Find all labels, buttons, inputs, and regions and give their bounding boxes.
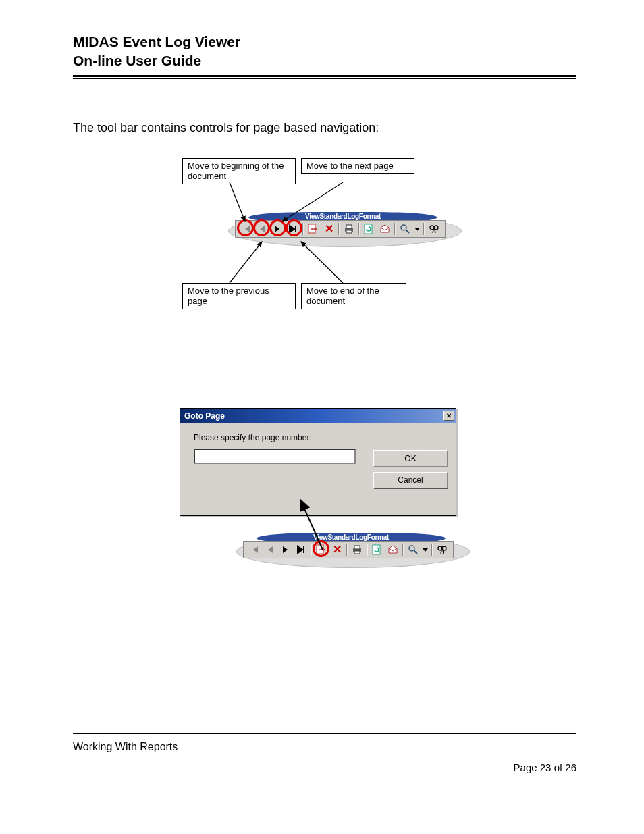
svg-line-22 bbox=[414, 550, 417, 554]
page-number-input[interactable] bbox=[194, 449, 356, 464]
print-button[interactable] bbox=[342, 222, 356, 236]
svg-point-21 bbox=[409, 546, 414, 551]
zoom-button[interactable] bbox=[406, 543, 420, 556]
find-button[interactable] bbox=[427, 222, 441, 236]
svg-rect-19 bbox=[354, 551, 360, 554]
svg-line-3 bbox=[301, 242, 343, 283]
dialog-title: Goto Page bbox=[184, 411, 225, 421]
zoom-dropdown[interactable] bbox=[422, 543, 429, 556]
svg-rect-18 bbox=[354, 546, 360, 549]
dialog-prompt: Please specify the page number: bbox=[194, 433, 448, 442]
ok-button[interactable]: OK bbox=[373, 450, 448, 467]
svg-point-11 bbox=[430, 226, 434, 230]
report-toolbar: ✕ bbox=[235, 220, 446, 238]
svg-line-2 bbox=[230, 242, 262, 283]
doc-title-line1: MIDAS Event Log Viewer bbox=[73, 32, 576, 51]
stop-button[interactable]: ✕ bbox=[322, 222, 336, 236]
goto-page-button[interactable] bbox=[315, 543, 328, 556]
footer-rule bbox=[73, 733, 576, 734]
svg-line-13 bbox=[433, 230, 433, 233]
callout-next-page: Move to the next page bbox=[301, 158, 414, 174]
refresh-button[interactable] bbox=[371, 543, 384, 556]
doc-title-line2: On-line User Guide bbox=[73, 51, 576, 70]
callout-first-page: Move to beginning of the document bbox=[182, 158, 296, 184]
next-page-button[interactable] bbox=[271, 222, 284, 236]
print-button[interactable] bbox=[350, 543, 364, 556]
footer-page: Page 23 of 26 bbox=[514, 762, 576, 773]
stop-button[interactable]: ✕ bbox=[330, 543, 344, 556]
callout-prev-page: Move to the previous page bbox=[182, 283, 296, 309]
prev-page-button[interactable] bbox=[255, 222, 269, 236]
first-page-button[interactable] bbox=[240, 222, 253, 236]
goto-dialog-diagram: Goto Page ✕ Please specify the page numb… bbox=[73, 408, 576, 658]
svg-line-25 bbox=[441, 550, 441, 554]
dialog-close-button[interactable]: ✕ bbox=[443, 411, 454, 421]
goto-page-dialog: Goto Page ✕ Please specify the page numb… bbox=[180, 408, 456, 516]
prev-page-button[interactable] bbox=[263, 543, 277, 556]
svg-line-0 bbox=[230, 182, 245, 221]
svg-point-24 bbox=[442, 546, 446, 550]
toolbar-diagram-nav: Move to beginning of the document Move t… bbox=[73, 158, 576, 374]
svg-point-9 bbox=[401, 225, 406, 230]
goto-page-button[interactable] bbox=[306, 222, 320, 236]
refresh-button[interactable] bbox=[363, 222, 376, 236]
next-page-button[interactable] bbox=[279, 543, 292, 556]
export-button[interactable] bbox=[386, 543, 400, 556]
intro-text: The tool bar contains controls for page … bbox=[73, 121, 576, 135]
svg-line-14 bbox=[435, 230, 435, 233]
svg-point-12 bbox=[434, 226, 438, 230]
zoom-button[interactable] bbox=[398, 222, 412, 236]
footer-section: Working With Reports bbox=[73, 741, 178, 753]
svg-point-23 bbox=[438, 546, 442, 550]
last-page-button[interactable] bbox=[294, 543, 308, 556]
header-rule bbox=[73, 75, 576, 79]
svg-line-26 bbox=[443, 550, 444, 554]
svg-line-10 bbox=[406, 230, 409, 233]
svg-rect-6 bbox=[346, 225, 352, 228]
zoom-dropdown[interactable] bbox=[414, 222, 421, 236]
find-button[interactable] bbox=[435, 543, 449, 556]
export-button[interactable] bbox=[378, 222, 392, 236]
cancel-button[interactable]: Cancel bbox=[373, 472, 448, 488]
last-page-button[interactable] bbox=[286, 222, 300, 236]
svg-rect-7 bbox=[346, 230, 352, 233]
report-toolbar-2: ✕ bbox=[243, 541, 454, 558]
first-page-button[interactable] bbox=[248, 543, 261, 556]
callout-last-page: Move to end of the document bbox=[301, 283, 406, 309]
